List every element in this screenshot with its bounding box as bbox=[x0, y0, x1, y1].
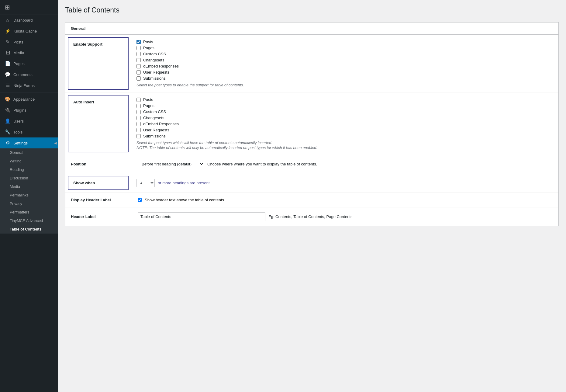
checkbox-customcss-enable-input[interactable] bbox=[136, 52, 141, 56]
auto-insert-row: Auto Insert Posts Pages Custom CSS Chang… bbox=[65, 92, 558, 155]
checkbox-changesets-auto-label[interactable]: Changesets bbox=[143, 116, 164, 120]
checkbox-customcss-enable-label[interactable]: Custom CSS bbox=[143, 52, 166, 56]
sidebar-item-label: Users bbox=[13, 119, 24, 123]
checkbox-oembed-enable: oEmbed Responses bbox=[136, 64, 553, 68]
position-help-text: Choose where where you want to display t… bbox=[207, 162, 317, 166]
media-icon: 🎞 bbox=[5, 50, 10, 55]
checkbox-submissions-auto: Submissions bbox=[136, 134, 553, 138]
checkbox-pages-auto: Pages bbox=[136, 103, 553, 108]
display-header-label-row: Display Header Label Show header text ab… bbox=[65, 193, 558, 207]
submenu-item-table-of-contents[interactable]: Table of Contents bbox=[0, 225, 58, 234]
sidebar-item-label: Ninja Forms bbox=[13, 83, 35, 88]
submenu-item-perfmatters[interactable]: Perfmatters bbox=[0, 208, 58, 217]
display-header-label-help[interactable]: Show header text above the table of cont… bbox=[145, 198, 225, 202]
submenu-item-media[interactable]: Media bbox=[0, 182, 58, 191]
main-content: Table of Contents General Enable Support… bbox=[58, 0, 566, 392]
auto-insert-value: Posts Pages Custom CSS Changesets oEmbed… bbox=[131, 92, 558, 155]
auto-insert-label: Auto Insert bbox=[68, 95, 129, 152]
checkbox-pages-auto-label[interactable]: Pages bbox=[143, 103, 154, 108]
show-when-select[interactable]: 1 2 3 4 5 6 7 8 9 10 bbox=[136, 179, 155, 187]
checkbox-changesets-enable-label[interactable]: Changesets bbox=[143, 58, 164, 62]
position-select[interactable]: Before first heading (default) After fir… bbox=[138, 160, 204, 168]
checkbox-userrequests-enable-label[interactable]: User Requests bbox=[143, 70, 169, 75]
section-general-header: General bbox=[65, 23, 558, 35]
checkbox-userrequests-enable-input[interactable] bbox=[136, 70, 141, 75]
header-label-value: Eg: Contents, Table of Contents, Page Co… bbox=[132, 207, 558, 226]
enable-support-help: Select the post types to enable the supp… bbox=[136, 83, 553, 87]
submenu-item-general[interactable]: General bbox=[0, 148, 58, 157]
checkbox-submissions-auto-input[interactable] bbox=[136, 134, 141, 138]
checkbox-submissions-enable-label[interactable]: Submissions bbox=[143, 76, 166, 81]
submenu-item-tinymce[interactable]: TinyMCE Advanced bbox=[0, 217, 58, 225]
position-row: Position Before first heading (default) … bbox=[65, 155, 558, 173]
sidebar-item-label: Comments bbox=[13, 72, 33, 77]
checkbox-pages-enable-label[interactable]: Pages bbox=[143, 46, 154, 50]
sidebar-item-media[interactable]: 🎞 Media bbox=[0, 47, 58, 58]
checkbox-oembed-enable-input[interactable] bbox=[136, 64, 141, 68]
display-header-label-checkbox[interactable] bbox=[138, 198, 142, 202]
users-icon: 👤 bbox=[5, 118, 10, 124]
checkbox-oembed-enable-label[interactable]: oEmbed Responses bbox=[143, 64, 179, 68]
sidebar-item-pages[interactable]: 📄 Pages bbox=[0, 58, 58, 69]
checkbox-oembed-auto: oEmbed Responses bbox=[136, 122, 553, 126]
submenu-item-writing[interactable]: Writing bbox=[0, 157, 58, 165]
submenu-item-permalinks[interactable]: Permalinks bbox=[0, 191, 58, 199]
checkbox-changesets-enable: Changesets bbox=[136, 58, 553, 62]
submenu-item-privacy[interactable]: Privacy bbox=[0, 199, 58, 208]
checkbox-oembed-auto-input[interactable] bbox=[136, 122, 141, 126]
checkbox-posts-auto: Posts bbox=[136, 97, 553, 102]
sidebar-item-label: Media bbox=[13, 50, 24, 55]
sidebar-item-label: Settings bbox=[13, 141, 28, 145]
checkbox-pages-auto-input[interactable] bbox=[136, 104, 141, 108]
sidebar-item-tools[interactable]: 🔧 Tools bbox=[0, 127, 58, 137]
sidebar-item-label: Plugins bbox=[13, 108, 26, 113]
sidebar-item-label: Kinsta Cache bbox=[13, 29, 37, 33]
checkbox-changesets-enable-input[interactable] bbox=[136, 58, 141, 62]
sidebar-item-posts[interactable]: ✎ Posts bbox=[0, 36, 58, 47]
checkbox-posts-enable-label[interactable]: Posts bbox=[143, 40, 153, 44]
sidebar-logo: ⊞ bbox=[0, 0, 58, 15]
show-when-value: 1 2 3 4 5 6 7 8 9 10 or more headings ar… bbox=[131, 174, 558, 192]
auto-insert-help1: Select the post types which will have th… bbox=[136, 141, 553, 145]
checkbox-customcss-auto-input[interactable] bbox=[136, 110, 141, 114]
sidebar-item-comments[interactable]: 💬 Comments bbox=[0, 69, 58, 80]
checkbox-userrequests-auto: User Requests bbox=[136, 128, 553, 132]
sidebar-item-kinsta-cache[interactable]: ⚡ Kinsta Cache bbox=[0, 26, 58, 36]
pages-icon: 📄 bbox=[5, 61, 10, 66]
header-label-hint: Eg: Contents, Table of Contents, Page Co… bbox=[268, 214, 353, 219]
header-label-row: Header Label Eg: Contents, Table of Cont… bbox=[65, 207, 558, 226]
checkbox-submissions-auto-label[interactable]: Submissions bbox=[143, 134, 166, 138]
enable-support-row: Enable Support Posts Pages Custom CSS Ch… bbox=[65, 35, 558, 92]
sidebar-item-label: Pages bbox=[13, 61, 25, 66]
checkbox-posts-enable: Posts bbox=[136, 40, 553, 44]
checkbox-customcss-auto: Custom CSS bbox=[136, 109, 553, 114]
sidebar-item-label: Tools bbox=[13, 130, 22, 134]
sidebar-item-users[interactable]: 👤 Users bbox=[0, 116, 58, 127]
sidebar-item-dashboard[interactable]: ⌂ Dashboard bbox=[0, 15, 58, 26]
checkbox-posts-auto-input[interactable] bbox=[136, 98, 141, 102]
sidebar-item-ninja-forms[interactable]: ☰ Ninja Forms bbox=[0, 80, 58, 91]
show-when-suffix: or more headings are present bbox=[158, 181, 210, 185]
submenu-item-discussion[interactable]: Discussion bbox=[0, 174, 58, 182]
show-when-row: Show when 1 2 3 4 5 6 7 8 9 10 or more h… bbox=[65, 173, 558, 193]
checkbox-userrequests-auto-label[interactable]: User Requests bbox=[143, 128, 169, 132]
sidebar-item-settings[interactable]: ⚙ Settings ◀ bbox=[0, 137, 58, 148]
ninja-forms-icon: ☰ bbox=[5, 83, 10, 88]
checkbox-oembed-auto-label[interactable]: oEmbed Responses bbox=[143, 122, 179, 126]
checkbox-customcss-auto-label[interactable]: Custom CSS bbox=[143, 109, 166, 114]
sidebar-item-plugins[interactable]: 🔌 Plugins bbox=[0, 105, 58, 116]
checkbox-changesets-auto-input[interactable] bbox=[136, 116, 141, 120]
header-label-label: Header Label bbox=[65, 210, 132, 224]
checkbox-pages-enable-input[interactable] bbox=[136, 46, 141, 50]
sidebar-item-appearance[interactable]: 🎨 Appearance bbox=[0, 94, 58, 105]
checkbox-submissions-enable: Submissions bbox=[136, 76, 553, 81]
checkbox-submissions-enable-input[interactable] bbox=[136, 76, 141, 81]
checkbox-posts-auto-label[interactable]: Posts bbox=[143, 97, 153, 102]
submenu-item-reading[interactable]: Reading bbox=[0, 165, 58, 174]
plugins-icon: 🔌 bbox=[5, 107, 10, 113]
page-header: Table of Contents bbox=[58, 0, 566, 22]
checkbox-posts-enable-input[interactable] bbox=[136, 40, 141, 44]
header-label-input[interactable] bbox=[138, 212, 265, 221]
enable-support-label: Enable Support bbox=[68, 37, 129, 90]
checkbox-userrequests-auto-input[interactable] bbox=[136, 128, 141, 132]
